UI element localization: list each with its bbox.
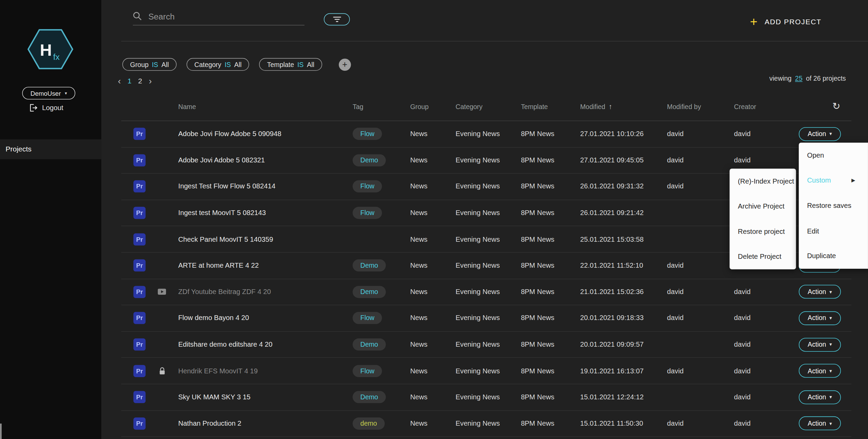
logout-icon (29, 104, 38, 112)
prev-page-icon[interactable]: ‹ (118, 77, 121, 84)
chevron-down-icon: ▾ (829, 131, 832, 137)
premiere-project-icon: Pr (133, 128, 146, 140)
category-cell: Evening News (456, 130, 521, 138)
chip-field: Category (194, 61, 221, 68)
chip-operator: IS (152, 61, 158, 68)
group-cell: News (410, 341, 456, 348)
search-input[interactable] (148, 11, 304, 21)
filter-chip-group[interactable]: Group IS All (122, 58, 177, 71)
lock-icon (158, 367, 165, 375)
menu-item-duplicate[interactable]: Duplicate (799, 243, 868, 269)
table-row[interactable]: Pr Flow demo Bayon 4 20 Flow News Evenin… (121, 305, 851, 332)
filter-button[interactable] (324, 13, 350, 26)
premiere-project-icon: Pr (133, 338, 146, 351)
group-cell: News (410, 130, 456, 138)
project-name: Flow demo Bayon 4 20 (178, 314, 249, 322)
submenu-arrow-icon: ▶ (852, 178, 855, 183)
category-cell: Evening News (456, 420, 521, 427)
chip-operator: IS (297, 61, 304, 68)
template-cell: 8PM News (521, 314, 580, 322)
table-row[interactable]: Pr Hendrik EFS MoovIT 4 19 Flow News Eve… (121, 358, 851, 384)
premiere-project-icon: Pr (133, 260, 146, 272)
top-divider (121, 41, 868, 42)
tag-chip: Flow (353, 207, 382, 219)
action-menu: Open Custom ▶ Restore saves Edit Duplica… (799, 143, 868, 269)
menu-item-delete-project[interactable]: Delete Project (730, 244, 796, 269)
modified-by-cell: david (667, 288, 734, 296)
app: H fx DemoUser ▾ Logout Projects (0, 0, 868, 439)
action-button[interactable]: Action ▾ (799, 127, 841, 141)
menu-item-custom[interactable]: Custom ▶ (799, 168, 868, 193)
tag-chip: Flow (353, 365, 382, 377)
action-button[interactable]: Action ▾ (799, 416, 841, 430)
menu-item-archive-project[interactable]: Archive Project (730, 194, 796, 219)
template-cell: 8PM News (521, 235, 580, 243)
logout-button[interactable]: Logout (29, 104, 63, 112)
menu-item-open[interactable]: Open (799, 143, 868, 168)
table-row[interactable]: Pr Sky UK MAM SKY 3 15 Demo News Evening… (121, 384, 851, 411)
filter-chip-template[interactable]: Template IS All (259, 58, 322, 71)
next-page-icon[interactable]: › (149, 77, 152, 84)
template-cell: 8PM News (521, 341, 580, 348)
menu-item-restore-project[interactable]: Restore project (730, 219, 796, 244)
column-header-modified-by[interactable]: Modified by (667, 103, 734, 110)
table-row[interactable]: Pr Editshare demo editshare 4 20 Demo Ne… (121, 332, 851, 358)
custom-submenu: (Re)-Index Project Archive Project Resto… (730, 169, 796, 269)
scrollbar-thumb[interactable] (0, 424, 2, 439)
action-button[interactable]: Action ▾ (799, 337, 841, 351)
column-header-group[interactable]: Group (410, 103, 456, 110)
viewing-suffix: of 26 projects (806, 75, 846, 82)
chevron-down-icon: ▾ (829, 342, 832, 347)
sidebar-item-projects[interactable]: Projects (0, 139, 101, 159)
category-cell: Evening News (456, 157, 521, 164)
add-project-button[interactable]: + ADD PROJECT (750, 15, 821, 28)
column-header-modified-label: Modified (580, 103, 605, 110)
column-header-template[interactable]: Template (521, 103, 580, 110)
action-button[interactable]: Action ▾ (799, 390, 841, 404)
table-row[interactable]: Pr ZDf Youtube Beitrag ZDF 4 20 Demo New… (121, 279, 851, 305)
table-row[interactable]: Pr Nathan Production 2 demo News Evening… (121, 411, 851, 437)
creator-cell: david (734, 367, 799, 375)
refresh-icon[interactable]: ↻ (832, 101, 840, 112)
filter-chip-category[interactable]: Category IS All (187, 58, 249, 71)
modified-by-cell: david (667, 130, 734, 138)
viewing-count-link[interactable]: 25 (795, 75, 803, 82)
add-filter-button[interactable]: + (339, 58, 351, 71)
premiere-project-icon: Pr (133, 391, 146, 403)
page-2[interactable]: 2 (138, 77, 142, 85)
column-header-name[interactable]: Name (178, 103, 353, 110)
page-1[interactable]: 1 (128, 77, 132, 85)
modified-cell: 27.01.2021 09:45:05 (580, 157, 667, 164)
project-name: Editshare demo editshare 4 20 (178, 341, 272, 348)
premiere-project-icon: Pr (133, 207, 146, 219)
action-button[interactable]: Action ▾ (799, 285, 841, 298)
creator-cell: david (734, 157, 799, 164)
category-cell: Evening News (456, 183, 521, 190)
action-label: Action (808, 314, 826, 322)
menu-item-restore-saves[interactable]: Restore saves (799, 193, 868, 218)
column-header-creator[interactable]: Creator (734, 103, 799, 110)
menu-item-reindex-project[interactable]: (Re)-Index Project (730, 169, 796, 194)
column-header-modified[interactable]: Modified ↑ (580, 102, 667, 110)
tag-chip: Flow (353, 312, 382, 324)
creator-cell: david (734, 288, 799, 296)
modified-cell: 21.01.2021 15:02:36 (580, 288, 667, 296)
template-cell: 8PM News (521, 262, 580, 269)
column-header-tag[interactable]: Tag (353, 103, 410, 110)
group-cell: News (410, 157, 456, 164)
category-cell: Evening News (456, 341, 521, 348)
user-menu-button[interactable]: DemoUser ▾ (22, 87, 75, 99)
action-button[interactable]: Action ▾ (799, 364, 841, 377)
svg-text:H: H (40, 41, 52, 59)
filter-chips-row: Group IS All Category IS All Template IS… (122, 58, 351, 71)
premiere-project-icon: Pr (133, 181, 146, 193)
category-cell: Evening News (456, 314, 521, 322)
column-header-category[interactable]: Category (456, 103, 521, 110)
project-name: Nathan Production 2 (178, 420, 241, 427)
group-cell: News (410, 314, 456, 322)
template-cell: 8PM News (521, 420, 580, 427)
menu-item-edit[interactable]: Edit (799, 218, 868, 243)
table-row[interactable]: Pr Adobe Jovi Flow Adobe 5 090948 Flow N… (121, 121, 851, 147)
user-name: DemoUser (30, 90, 61, 96)
action-button[interactable]: Action ▾ (799, 311, 841, 325)
